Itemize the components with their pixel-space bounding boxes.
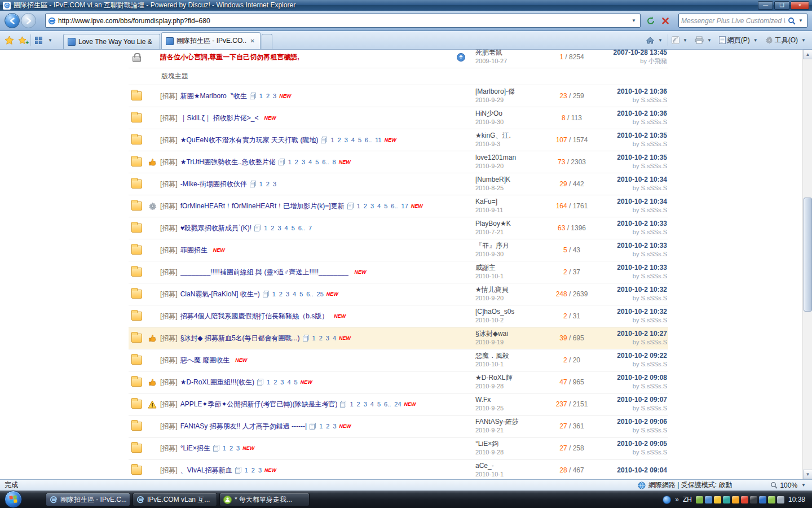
page-link[interactable]: 5 <box>294 379 298 386</box>
lastpost-date-link[interactable]: 2010-10-2 10:34 <box>588 176 667 184</box>
page-link[interactable]: 3 <box>364 401 367 408</box>
page-link[interactable]: 1 <box>272 291 276 297</box>
minimize-button[interactable]: — <box>758 1 773 10</box>
page-link[interactable]: 1 <box>319 423 323 430</box>
page-link[interactable]: 3 <box>326 335 329 341</box>
lastpost-date-link[interactable]: 2010-10-2 10:35 <box>588 132 667 140</box>
page-link[interactable]: 2 <box>266 93 270 99</box>
back-button[interactable] <box>5 13 20 28</box>
tray-icon[interactable] <box>750 496 757 503</box>
tray-icon[interactable] <box>759 496 766 503</box>
scroll-down-icon[interactable]: ▼ <box>803 470 812 479</box>
lastpost-author-link[interactable]: by S.sSSs.S <box>588 228 667 237</box>
lastpost-author-link[interactable]: by S.sSSs.S <box>588 272 667 281</box>
page-link[interactable]: 4 <box>370 401 374 408</box>
page-link[interactable]: 1 <box>357 203 360 209</box>
page-link[interactable]: 3 <box>236 445 240 452</box>
lastpost-date-link[interactable]: 2010-10-2 10:33 <box>588 264 667 272</box>
page-link[interactable]: 4 <box>333 335 336 341</box>
page-menu-button[interactable]: 網頁(P) ▼ <box>717 34 762 47</box>
page-link[interactable]: 3 <box>273 93 276 99</box>
page-link[interactable]: 5 <box>292 225 295 231</box>
vertical-scrollbar[interactable]: ▲ ▼ <box>802 50 812 479</box>
lastpost-author-link[interactable]: by S.sSSs.S <box>588 360 667 369</box>
thread-author-link[interactable]: [NumbeR]K <box>475 176 555 184</box>
tab-forum-active[interactable]: 團隊招生區 - IPvE.CO... ✕ <box>161 32 261 49</box>
notification-ie-icon[interactable] <box>663 496 671 504</box>
page-link[interactable]: 2 <box>266 181 270 187</box>
thread-title-link[interactable]: ________!!!!!補團前線組 與 (靈×道♂齊送上!!!!!______… <box>180 268 349 277</box>
page-link[interactable]: 3 <box>273 181 276 187</box>
thread-title-link[interactable]: -MIke-街場團招收伙伴 <box>180 179 247 189</box>
page-link[interactable]: 2 <box>251 467 255 474</box>
thread-title-link[interactable]: fOrMineHEARt！fOrMineHEARt！已增加影片(k)=]更新 <box>180 202 345 211</box>
taskbar-window-ipve[interactable]: IPvE.COM vLan 互... <box>133 493 217 506</box>
sticky-thread-title-link[interactable]: 請各位小心言詞,尊重一下自己切勿再粗言穢語, <box>160 52 299 62</box>
tray-icon[interactable] <box>768 496 775 503</box>
page-link[interactable]: 5 <box>377 401 381 408</box>
thread-author-link[interactable]: love1201man <box>475 154 555 162</box>
thread-author-link[interactable]: ★D-RoXL輝 <box>475 374 555 382</box>
search-icon[interactable] <box>788 17 796 25</box>
page-link[interactable]: 24 <box>394 401 401 408</box>
thread-author-link[interactable]: W.Fx <box>475 396 555 404</box>
page-link[interactable]: 2 <box>279 291 283 297</box>
thread-author-link[interactable]: [Marlboro]-傑 <box>475 87 555 96</box>
lastpost-date-link[interactable]: 2010-10-2 10:35 <box>588 154 667 162</box>
lastpost-author-link[interactable]: by S.sSSs.S <box>588 118 667 126</box>
start-button[interactable] <box>5 491 22 508</box>
lastpost-date-link[interactable]: 2010-10-2 10:34 <box>588 198 667 206</box>
thread-author-link[interactable]: PlayBoy★K <box>475 220 555 228</box>
page-link[interactable]: 3 <box>277 225 281 231</box>
refresh-button[interactable] <box>644 14 657 28</box>
page-dropdown-icon[interactable]: ▼ <box>752 38 760 43</box>
page-link[interactable]: 3 <box>333 423 336 430</box>
page-link[interactable]: 5 <box>315 159 319 165</box>
lastpost-author-link[interactable]: by S.sSSs.S <box>588 404 667 413</box>
feeds-dropdown-icon[interactable]: ▼ <box>681 38 689 43</box>
thread-author-link[interactable]: §冰封◆wai <box>475 330 555 338</box>
stop-button[interactable] <box>659 14 672 28</box>
page-link[interactable]: 5 <box>384 203 387 209</box>
quick-tabs-icon[interactable] <box>35 37 42 44</box>
lastpost-date-link[interactable]: 2010-10-2 10:36 <box>588 110 667 118</box>
lastpost-author-link[interactable]: by S.sSSs.S <box>588 294 667 303</box>
lastpost-date-link[interactable]: 2010-10-2 09:05 <box>588 440 667 448</box>
language-indicator[interactable]: ZH <box>683 496 692 503</box>
lastpost-author-link[interactable]: by S.sSSs.S <box>588 338 667 347</box>
home-dropdown-icon[interactable]: ▼ <box>656 38 664 43</box>
maximize-button[interactable]: ❑ <box>774 1 789 10</box>
thread-author-link[interactable]: °LiE×鈞 <box>475 440 555 448</box>
page-link[interactable]: 2 <box>273 379 277 386</box>
lastpost-date-link[interactable]: 2010-10-2 10:32 <box>588 286 667 294</box>
page-link[interactable]: 2 <box>364 203 367 209</box>
quick-tabs-dropdown-icon[interactable]: ▼ <box>46 38 54 43</box>
lastpost-author-link[interactable]: by S.sSSs.S <box>588 426 667 435</box>
home-button[interactable]: ▼ <box>643 34 667 46</box>
page-link[interactable]: 1 <box>350 401 353 408</box>
page-link[interactable]: 25 <box>317 291 324 297</box>
page-link[interactable]: 2 <box>357 401 360 408</box>
page-link[interactable]: 3 <box>345 137 348 143</box>
tray-icon[interactable] <box>777 496 784 503</box>
page-link[interactable]: 3 <box>286 291 289 297</box>
page-link[interactable]: 3 <box>370 203 374 209</box>
tools-dropdown-icon[interactable]: ▼ <box>800 38 807 43</box>
hidden-icons-chevron[interactable]: » <box>675 496 679 503</box>
page-link[interactable]: 2 <box>271 225 274 231</box>
thread-title-link[interactable]: ♥殺戮眾招收新成員`(K)! <box>180 224 251 233</box>
thread-author-link[interactable]: KaFu=] <box>475 198 555 206</box>
zoom-control[interactable]: 100% ▼ <box>770 481 807 489</box>
page-link[interactable]: 5 <box>358 137 361 143</box>
lastpost-date-link[interactable]: 2010-10-2 10:33 <box>588 220 667 228</box>
lastpost-author-link[interactable]: by S.sSSs.S <box>588 140 667 148</box>
page-link[interactable]: 11 <box>375 137 381 143</box>
page-link[interactable]: 3 <box>258 467 262 474</box>
page-link[interactable]: 1 <box>245 467 248 474</box>
page-link[interactable]: 4 <box>287 379 290 386</box>
thread-author-link[interactable]: FANtASy-羅莎 <box>475 418 555 426</box>
page-link[interactable]: 2 <box>295 159 298 165</box>
page-link[interactable]: 4 <box>293 291 296 297</box>
thread-title-link[interactable]: 招募4個人陪我系國慶假期打信長豬豬絲（b.s版） <box>180 312 329 321</box>
thread-author-link[interactable]: 死肥老鼠 <box>475 50 555 57</box>
